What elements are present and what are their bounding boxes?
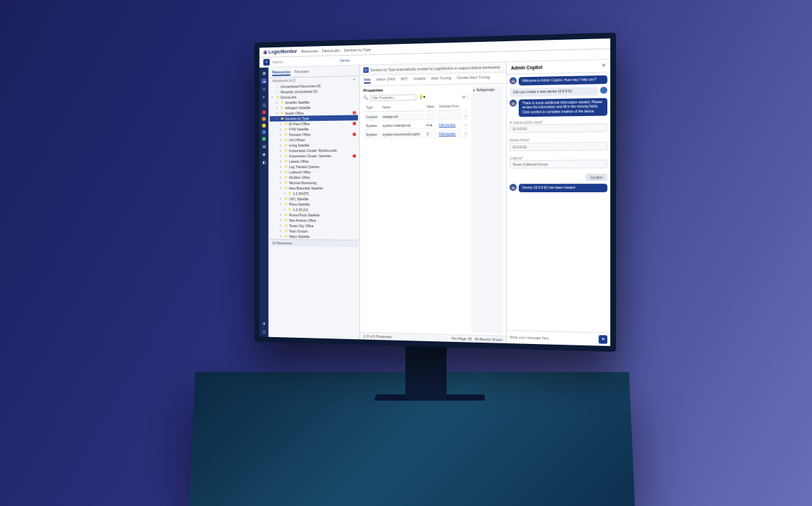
resource-tree: Resources Favorites Alphabetical (A-Z)▾ … (269, 66, 360, 340)
alert-icon (352, 154, 356, 158)
tab-resources[interactable]: Resources (272, 70, 290, 76)
col-value[interactable]: Value (425, 104, 436, 111)
table-row[interactable]: Customnetapp.ssl› (365, 112, 468, 121)
monitor: LogicMonitor Resources DemoLabs Devices … (254, 32, 616, 352)
main-header-text: Devices by Type Automatically created by… (371, 65, 501, 72)
properties-settings-icon[interactable]: ⚙ ⋮ (462, 95, 469, 99)
copilot-input[interactable] (510, 335, 596, 341)
table-row[interactable]: Systemsystem.staticgrouptrueDemoLabs› (365, 121, 468, 130)
search-input[interactable]: Search... (272, 59, 337, 65)
user-message: Can you create a new device 10.9.9.61 👤 (510, 87, 607, 97)
rail-dashboard-icon[interactable]: ▦ (261, 71, 266, 76)
caret-icon[interactable]: ▸ (473, 88, 475, 92)
col-type[interactable]: Type ↑ (365, 104, 380, 112)
alert-badge-error[interactable]: 1 (262, 117, 266, 122)
bot-avatar-icon: 🤖 (510, 184, 517, 191)
alert-badge-critical[interactable]: 1 (262, 111, 266, 115)
bot-message: 🤖 Device 10.9.9.61 has been created (510, 184, 607, 193)
send-icon[interactable]: ➤ (598, 335, 607, 344)
form-devicename-field[interactable]: Device Name*10.9.9.61 (510, 138, 607, 151)
rail-logs-icon[interactable]: ≡ (261, 95, 266, 100)
tab-graphs[interactable]: Graphs (414, 77, 426, 83)
alert-icon: 3 (352, 111, 356, 114)
tree-sort[interactable]: Alphabetical (A-Z) (272, 79, 295, 83)
nav-rail: ▦ ☁ ⚠ ≡ ◫ 1 1 1 1 1 ▤ ⇄ ◧ ⚙ ◻ (260, 68, 269, 337)
rail-maps-icon[interactable]: ◫ (261, 102, 266, 108)
dense-toggle[interactable]: Dense (340, 58, 350, 62)
tab-info[interactable]: Info (364, 78, 371, 84)
breadcrumb[interactable]: Resources DemoLabs Devices by Type (301, 47, 371, 54)
properties-title: Properties (363, 87, 469, 93)
copilot-title: Admin Copilot (511, 65, 543, 71)
bot-avatar-icon: 🤖 (510, 100, 517, 106)
tab-alerts[interactable]: Alerts (240) (376, 77, 395, 83)
rail-settings-icon[interactable]: ⚙ (261, 321, 266, 326)
tree-item[interactable]: ▸📁OKC Satellite (270, 196, 359, 202)
table-row[interactable]: Systemsystem.resourceGroupId2DemoLabs› (365, 130, 468, 139)
col-inherited[interactable]: Inherited From (438, 103, 462, 111)
alert-badge-warn[interactable]: 1 (262, 124, 266, 128)
rail-reports-icon[interactable]: ▤ (261, 144, 266, 150)
results-status: All Results Shown (475, 337, 503, 342)
confirm-button[interactable]: Confirm (586, 174, 607, 181)
rail-resources-icon[interactable]: ☁ (261, 78, 266, 84)
add-button[interactable]: + (263, 59, 269, 66)
pagination-count: 1–5 of 5 Properties (363, 334, 392, 339)
tree-footer: 14 Resources (270, 239, 359, 247)
properties-table: Type ↑ Name Value Inherited From Customn… (363, 102, 469, 139)
close-icon[interactable]: ✕ (602, 63, 606, 69)
tree-sort-icon[interactable]: ▾ (353, 78, 355, 81)
bot-message: 🤖 Welcome to Admin Copilot. How may I he… (510, 76, 607, 86)
rail-alerts-icon[interactable]: ⚠ (261, 87, 266, 92)
per-page-select[interactable]: Per Page: 50 (451, 336, 471, 341)
alert-icon (352, 122, 356, 125)
alert-badge-info[interactable]: 1 (262, 130, 266, 135)
app-logo[interactable]: LogicMonitor (263, 49, 297, 55)
tab-sdt[interactable]: SDT (401, 77, 408, 83)
bot-message: 🤖 There is some additional information n… (510, 98, 607, 117)
filter-lightbulb-icon[interactable]: 💡▾ (418, 95, 425, 100)
form-collector-field[interactable]: Collector*Texas-Collector-Group (510, 156, 607, 169)
col-name[interactable]: Name (381, 104, 424, 111)
admin-copilot-panel: Admin Copilot ✕ 🤖 Welcome to Admin Copil… (507, 60, 611, 346)
bot-avatar-icon: 🤖 (510, 77, 517, 84)
form-ip-field[interactable]: IP Address/DNS name*10.9.9.61 (510, 120, 607, 133)
rail-modules-icon[interactable]: ◧ (261, 160, 266, 165)
tree-item[interactable]: ▸📁1-2 (FAST) (270, 191, 359, 196)
user-avatar-icon: 👤 (600, 87, 608, 93)
filter-search-icon: 🔍 (363, 96, 368, 101)
tab-favorites[interactable]: Favorites (295, 69, 309, 76)
rail-exchange-icon[interactable]: ⇄ (261, 152, 266, 157)
rail-help-icon[interactable]: ◻ (261, 329, 266, 334)
alert-icon (352, 133, 356, 136)
tab-clusteralert[interactable]: Cluster Alert Tuning (457, 76, 490, 82)
folder-icon: D (363, 67, 369, 73)
properties-filter[interactable] (370, 95, 417, 102)
tab-alerttuning[interactable]: Alert Tuning (431, 76, 451, 82)
main-panel: D Devices by Type Automatically created … (360, 62, 507, 343)
alert-badge-ok[interactable]: 1 (262, 137, 266, 141)
tree-item[interactable]: ▸📁New Braunfels Satellite (270, 185, 359, 191)
tree-item[interactable]: ▸📁Minimal Monitoring (270, 181, 359, 186)
subgroups-panel: ▸ Subgroups (471, 86, 503, 334)
